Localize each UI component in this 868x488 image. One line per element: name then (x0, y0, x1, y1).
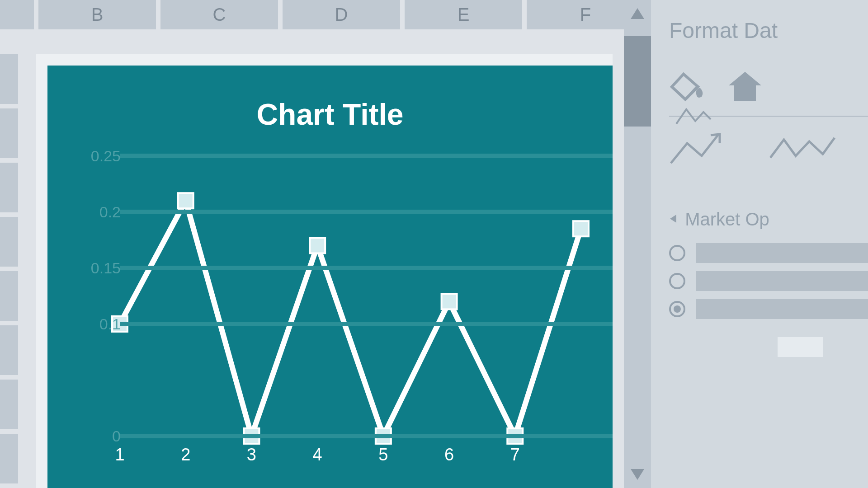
svg-marker-1 (631, 469, 644, 480)
x-tick-label: 7 (510, 445, 520, 465)
sparkline-row (669, 131, 868, 169)
gridline (120, 434, 613, 438)
option-bar (696, 271, 868, 291)
option-row[interactable] (669, 271, 868, 291)
radio-icon[interactable] (669, 273, 685, 289)
y-tick-label: 0 (88, 427, 121, 445)
column-header[interactable]: B (38, 0, 156, 29)
gridline (120, 266, 613, 270)
x-tick-label: 5 (378, 445, 388, 465)
scroll-thumb[interactable] (624, 36, 651, 127)
gridline (120, 154, 613, 158)
x-tick-label: 4 (313, 445, 322, 465)
chart-container: Chart Title 00.10.150.20.25 1234567 (36, 54, 613, 488)
row-header[interactable] (0, 434, 18, 483)
y-tick-label: 0.25 (88, 147, 121, 165)
data-marker[interactable] (178, 193, 193, 208)
paint-bucket-icon[interactable] (669, 70, 705, 104)
section-title-text: Market Op (685, 209, 769, 229)
column-header[interactable]: C (160, 0, 278, 29)
scroll-down-arrow-icon[interactable] (624, 461, 651, 488)
data-marker[interactable] (442, 294, 457, 309)
x-tick-label: 3 (247, 445, 256, 465)
data-marker[interactable] (573, 221, 589, 236)
svg-marker-5 (729, 72, 761, 101)
gridline (120, 210, 613, 214)
radio-icon[interactable] (669, 245, 685, 261)
option-row[interactable] (669, 299, 868, 319)
x-tick-label: 1 (115, 445, 124, 465)
chart-title[interactable]: Chart Title (47, 97, 613, 131)
format-pane: Format Dat (651, 0, 868, 488)
row-header[interactable] (0, 108, 18, 158)
data-marker[interactable] (310, 238, 325, 253)
chart[interactable]: Chart Title 00.10.150.20.25 1234567 (47, 66, 613, 488)
svg-marker-0 (631, 8, 644, 19)
collapse-triangle-icon[interactable] (669, 207, 677, 228)
x-tick-label: 2 (181, 445, 190, 465)
scroll-up-arrow-icon[interactable] (624, 0, 651, 27)
section-title[interactable]: Market Op (669, 209, 868, 230)
column-header[interactable]: E (405, 0, 522, 29)
column-header[interactable]: D (283, 0, 400, 29)
y-tick-label: 0.1 (88, 315, 121, 333)
plot-area: 00.10.150.20.25 (88, 156, 613, 436)
option-bar (696, 243, 868, 263)
format-pane-title: Format Dat (669, 18, 868, 43)
svg-marker-6 (670, 215, 676, 223)
format-icon-row (669, 70, 868, 104)
vertical-scrollbar[interactable] (624, 0, 651, 488)
row-header[interactable] (0, 163, 18, 212)
row-headers (0, 54, 18, 483)
y-tick-label: 0.2 (88, 203, 121, 221)
sparkline-zigzag-icon[interactable] (769, 131, 836, 169)
option-row[interactable] (669, 243, 868, 263)
divider (669, 116, 868, 117)
column-header[interactable] (0, 0, 34, 29)
row-header[interactable] (0, 325, 18, 375)
y-tick-label: 0.15 (88, 259, 121, 277)
x-tick-label: 6 (444, 445, 454, 465)
row-header[interactable] (0, 54, 18, 104)
input-stub[interactable] (778, 337, 823, 357)
house-icon[interactable] (727, 70, 763, 104)
row-header[interactable] (0, 380, 18, 429)
row-header[interactable] (0, 271, 18, 321)
gridline (120, 322, 613, 326)
sparkline-up-icon[interactable] (669, 131, 732, 169)
x-axis-labels: 1234567 (88, 445, 613, 472)
option-bar (696, 299, 868, 319)
row-header[interactable] (0, 217, 18, 267)
svg-marker-3 (673, 74, 696, 98)
radio-icon[interactable] (669, 301, 685, 317)
